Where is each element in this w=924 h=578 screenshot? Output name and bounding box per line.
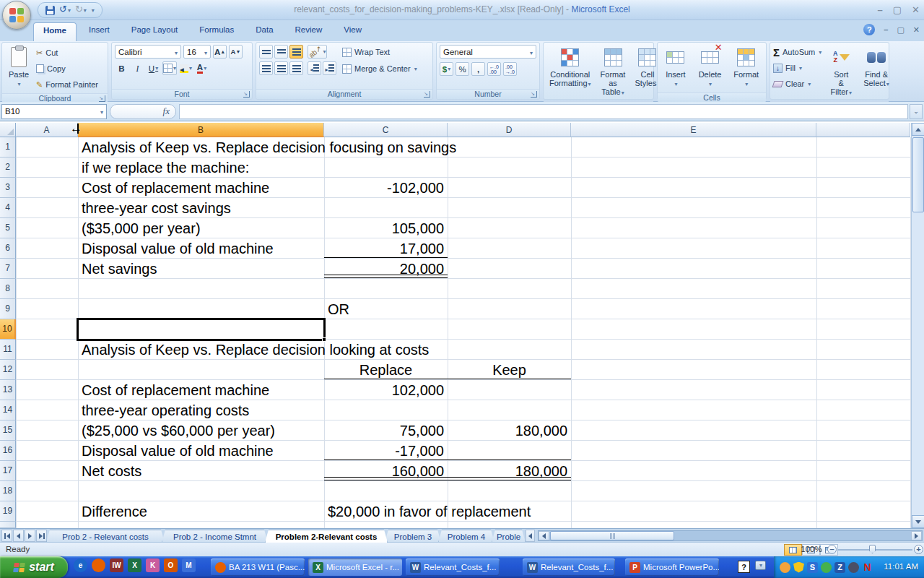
row-header-12[interactable]: 12 [0,360,16,380]
cell-B5[interactable]: ($35,000 per year) [82,218,201,238]
decrease-decimal-button[interactable]: .00→.0 [503,62,517,76]
bottom-align-button[interactable] [289,45,303,59]
cell-B1[interactable]: Analysis of Keep vs. Replace decision fo… [82,137,456,158]
increase-indent-button[interactable]: ▸ [323,61,336,75]
cell-D12[interactable]: Keep [448,360,571,380]
scroll-left-button[interactable] [539,531,549,540]
cell-C5[interactable]: 105,000 [324,218,444,238]
sheet-tab-problem-4[interactable]: Problem 4 [438,530,494,543]
autosum-button[interactable]: ΣAutoSum [773,46,821,59]
grid[interactable]: 1Analysis of Keep vs. Replace decision f… [0,137,911,528]
task-button-microsoft-powerpo[interactable]: PMicrosoft PowerPo... [625,558,719,576]
row-header-16[interactable]: 16 [0,441,16,461]
cell-B13[interactable]: Cost of replacement machine [82,380,269,400]
cell-D15[interactable]: 180,000 [448,420,567,441]
expand-formula-bar-button[interactable]: ⌄ [910,104,923,119]
row-header-10[interactable]: 10 [0,319,16,340]
horizontal-scrollbar[interactable] [538,530,923,541]
delete-cells-button[interactable]: ✕ Delete [696,45,725,90]
cell-C15[interactable]: 75,000 [324,420,444,441]
top-align-button[interactable] [259,45,273,59]
zoom-out-button[interactable]: – [827,545,837,554]
tab-view[interactable]: View [334,22,371,41]
password-manager-icon[interactable]: K [146,558,160,572]
cell-C12[interactable]: Replace [324,360,448,380]
task-button-ba-213-w11-pasc[interactable]: BA 213 W11 (Pasc... [211,558,305,576]
irfanview-icon[interactable]: IW [110,558,123,572]
insert-cells-button[interactable]: Insert [662,45,689,90]
font-dialog-launcher[interactable] [243,91,250,98]
decrease-indent-button[interactable]: ◂ [308,61,321,75]
vertical-scroll-thumb[interactable] [912,137,924,212]
workbook-close-button[interactable]: ✕ [913,25,920,35]
row-header-4[interactable]: 4 [0,198,16,218]
row-header-15[interactable]: 15 [0,420,16,441]
underline-button[interactable]: U [147,61,160,75]
zoom-slider-thumb[interactable] [869,545,876,553]
workbook-minimize-button[interactable]: – [884,25,888,34]
column-header-a[interactable]: A [16,123,78,137]
clipboard-dialog-launcher[interactable] [99,95,105,102]
start-button[interactable]: start [0,556,68,578]
italic-button[interactable]: I [131,61,144,75]
sheet-tab-proble[interactable]: Proble [492,530,526,543]
cell-C9[interactable]: OR [328,299,349,319]
copy-button[interactable]: Copy [36,62,98,75]
font-family-select[interactable]: Calibri [115,45,181,59]
sheet-tab-problem-2-relevant-costs[interactable]: Problem 2-Relevant costs [265,530,388,543]
format-as-table-button[interactable]: Format as Table [598,45,629,99]
cell-B16[interactable]: Disposal value of old machine [82,441,274,461]
zotero-icon[interactable]: Z [834,562,845,573]
netsupport-icon[interactable]: N [862,562,873,573]
cell-B3[interactable]: Cost of replacement machine [82,178,269,198]
cell-B11[interactable]: Analysis of Keep vs. Replace decision lo… [82,340,429,360]
security-shield-icon[interactable] [793,562,804,573]
tab-review[interactable]: Review [286,22,332,41]
column-header-c[interactable]: C [324,123,448,137]
tab-formulas[interactable]: Formulas [190,22,243,41]
scroll-right-button[interactable] [911,531,922,540]
middle-align-button[interactable] [274,45,288,59]
row-header-19[interactable]: 19 [0,501,16,522]
cell-B6[interactable]: Disposal value of old machine [82,238,274,259]
find-select-button[interactable]: Find & Select [860,45,892,90]
number-format-select[interactable]: General [440,45,536,59]
selected-cell-B10[interactable] [77,318,326,341]
task-button-relevant-costs-f[interactable]: WRelevant_Costs_f... [406,558,500,576]
align-center-button[interactable] [274,61,288,75]
vertical-scrollbar[interactable] [911,123,924,528]
format-cells-button[interactable]: Format [731,45,762,90]
align-left-button[interactable] [259,61,273,75]
antivirus-icon[interactable] [821,562,832,573]
name-box-dropdown-icon[interactable] [100,107,103,116]
mail-icon[interactable]: M [182,558,196,572]
font-size-select[interactable]: 16 [183,45,211,59]
cell-C19[interactable]: $20,000 in favor of replacement [328,501,531,522]
tab-scroll-left-button[interactable] [526,530,535,542]
cell-C3[interactable]: -102,000 [324,178,444,198]
font-color-button[interactable]: A [195,61,209,75]
accounting-format-button[interactable]: $ [440,62,453,76]
sheet-tab-prob-2-relevant-costs[interactable]: Prob 2 - Relevant costs [46,530,165,543]
grow-font-button[interactable]: A▲ [213,45,227,59]
last-sheet-button[interactable] [36,530,47,542]
internet-explorer-icon[interactable]: e [74,558,87,572]
fill-handle[interactable] [322,337,326,342]
tab-home[interactable]: Home [33,22,77,41]
cell-B7[interactable]: Net savings [82,259,157,279]
row-header-1[interactable]: 1 [0,137,16,158]
conditional-formatting-button[interactable]: Conditional Formatting [546,45,594,90]
minimize-button[interactable]: – [878,4,883,15]
task-button-relevant-costs-f[interactable]: WRelevant_Costs_f... [523,558,615,576]
number-dialog-launcher[interactable] [531,91,537,98]
cell-C16[interactable]: -17,000 [324,441,444,461]
shrink-font-button[interactable]: A▼ [229,45,243,59]
pointer-utility-icon[interactable] [848,562,859,573]
sort-filter-button[interactable]: AZ Sort & Filter [827,45,855,99]
column-header-d[interactable]: D [448,123,571,137]
row-header-7[interactable]: 7 [0,259,16,279]
cell-C13[interactable]: 102,000 [324,380,444,400]
firefox-icon[interactable] [92,558,105,572]
wrap-text-button[interactable]: Wrap Text [342,46,417,59]
tab-data[interactable]: Data [246,22,282,41]
